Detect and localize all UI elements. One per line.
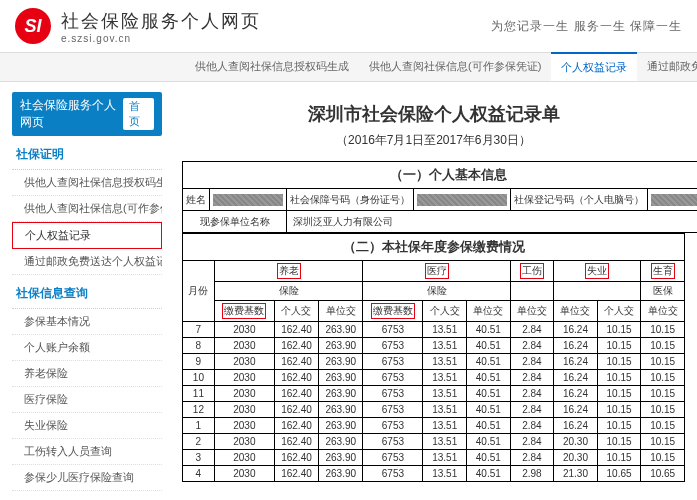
cell: 10.15	[641, 402, 685, 418]
cell: 2030	[214, 434, 274, 450]
sidebar-group: 社保业务办理	[12, 495, 162, 500]
label-employer: 现参保单位名称	[183, 211, 287, 233]
cell: 16.24	[554, 418, 598, 434]
cell: 10.15	[597, 418, 641, 434]
sub-head: 保险	[363, 282, 510, 301]
label-name: 姓名	[183, 189, 210, 211]
table-row: 72030162.40263.90675313.5140.512.8416.24…	[183, 322, 685, 338]
header-text: 社会保险服务个人网页 e.szsi.gov.cn	[61, 9, 261, 44]
logo-icon: SI	[15, 8, 51, 44]
col-head: 个人交	[423, 301, 467, 322]
cell: 40.51	[467, 450, 511, 466]
cell: 162.40	[274, 450, 318, 466]
cell: 10	[183, 370, 215, 386]
cell: 6753	[363, 338, 423, 354]
basic-info-table: （一）个人基本信息 姓名 社会保障号码（身份证号） 社保登记号码（个人电脑号） …	[182, 161, 697, 233]
col-head: 单位交	[554, 301, 598, 322]
section2-title: （二）本社保年度参保缴费情况	[183, 234, 685, 261]
cat-head: 失业	[554, 261, 641, 282]
cell: 10.15	[597, 402, 641, 418]
cell: 9	[183, 354, 215, 370]
col-month: 月份	[183, 261, 215, 322]
cell: 16.24	[554, 386, 598, 402]
cell: 6753	[363, 418, 423, 434]
sidebar-item[interactable]: 供他人查阅社保信息(可作参保凭证)	[12, 196, 162, 222]
cell: 162.40	[274, 418, 318, 434]
sidebar: 社会保险服务个人网页 首页 社保证明供他人查阅社保信息授权码生成供他人查阅社保信…	[0, 82, 170, 500]
cell: 4	[183, 466, 215, 482]
cell: 13.51	[423, 338, 467, 354]
cell: 2030	[214, 466, 274, 482]
tab-供他人查阅社保信息授权码生成[interactable]: 供他人查阅社保信息授权码生成	[185, 53, 359, 81]
cell: 21.30	[554, 466, 598, 482]
sidebar-item[interactable]: 工伤转入人员查询	[12, 439, 162, 465]
sidebar-item[interactable]: 养老保险	[12, 361, 162, 387]
cell: 12	[183, 402, 215, 418]
table-row: 42030162.40263.90675313.5140.512.9821.30…	[183, 466, 685, 482]
table-row: 32030162.40263.90675313.5140.512.8420.30…	[183, 450, 685, 466]
tab-通过邮政免费送达个人权益记录单[interactable]: 通过邮政免费送达个人权益记录单	[637, 53, 697, 81]
cell: 2.84	[510, 418, 554, 434]
sidebar-item[interactable]: 医疗保险	[12, 387, 162, 413]
cell: 13.51	[423, 434, 467, 450]
table-row: 102030162.40263.90675313.5140.512.8416.2…	[183, 370, 685, 386]
home-button[interactable]: 首页	[123, 98, 154, 130]
cell: 2.84	[510, 450, 554, 466]
sidebar-header: 社会保险服务个人网页 首页	[12, 92, 162, 136]
cell: 263.90	[319, 434, 363, 450]
cell: 3	[183, 450, 215, 466]
cell: 2.84	[510, 434, 554, 450]
cell: 263.90	[319, 418, 363, 434]
col-head: 缴费基数	[214, 301, 274, 322]
cell: 10.15	[597, 370, 641, 386]
sub-head	[554, 282, 641, 301]
cell: 20.30	[554, 450, 598, 466]
cat-head: 医疗	[363, 261, 510, 282]
sub-head: 医保	[641, 282, 685, 301]
sidebar-item[interactable]: 个人账户余额	[12, 335, 162, 361]
value-name	[210, 189, 287, 211]
cell: 10.15	[597, 434, 641, 450]
cell: 2	[183, 434, 215, 450]
col-head: 个人交	[597, 301, 641, 322]
sidebar-group: 社保证明	[12, 140, 162, 170]
sidebar-item[interactable]: 参保少儿医疗保险查询	[12, 465, 162, 491]
cell: 40.51	[467, 354, 511, 370]
cell: 10.15	[597, 338, 641, 354]
cell: 10.15	[597, 354, 641, 370]
cell: 13.51	[423, 386, 467, 402]
cell: 263.90	[319, 338, 363, 354]
contribution-table: （二）本社保年度参保缴费情况月份养老医疗工伤失业生育保险保险医保缴费基数个人交单…	[182, 233, 685, 482]
cell: 7	[183, 322, 215, 338]
cat-head: 生育	[641, 261, 685, 282]
cell: 2.84	[510, 370, 554, 386]
label-reg: 社保登记号码（个人电脑号）	[511, 189, 648, 211]
tab-个人权益记录[interactable]: 个人权益记录	[551, 52, 637, 81]
col-head: 单位交	[641, 301, 685, 322]
sidebar-item[interactable]: 通过邮政免费送达个人权益记录单	[12, 249, 162, 275]
cell: 2.84	[510, 386, 554, 402]
cell: 16.24	[554, 370, 598, 386]
site-title: 社会保险服务个人网页	[61, 9, 261, 33]
sidebar-item[interactable]: 失业保险	[12, 413, 162, 439]
cell: 263.90	[319, 370, 363, 386]
sidebar-item[interactable]: 供他人查阅社保信息授权码生成	[12, 170, 162, 196]
cell: 263.90	[319, 386, 363, 402]
sub-head	[510, 282, 554, 301]
cell: 2030	[214, 354, 274, 370]
value-employer: 深圳泛亚人力有限公司	[287, 211, 698, 233]
tab-供他人查阅社保信息(可作参保凭证)[interactable]: 供他人查阅社保信息(可作参保凭证)	[359, 53, 551, 81]
cell: 6753	[363, 370, 423, 386]
cell: 13.51	[423, 370, 467, 386]
sidebar-item[interactable]: 个人权益记录	[12, 222, 162, 249]
cell: 2030	[214, 402, 274, 418]
cell: 162.40	[274, 402, 318, 418]
sidebar-item[interactable]: 参保基本情况	[12, 309, 162, 335]
cell: 2030	[214, 322, 274, 338]
cell: 6753	[363, 402, 423, 418]
cell: 2030	[214, 370, 274, 386]
main-content: 深圳市社会保险个人权益记录单 （2016年7月1日至2017年6月30日） （一…	[170, 82, 697, 500]
cell: 10.15	[597, 322, 641, 338]
cell: 10.15	[641, 370, 685, 386]
cell: 10.15	[641, 322, 685, 338]
